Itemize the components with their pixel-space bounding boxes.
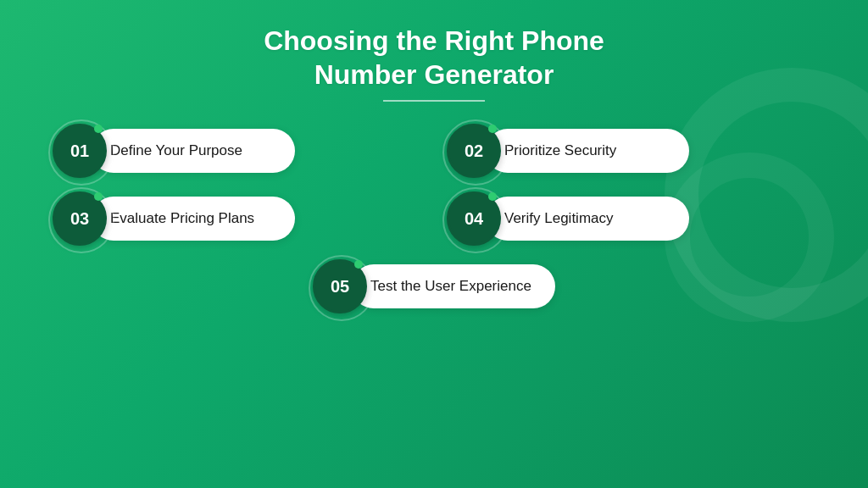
step-number-5: 05 bbox=[331, 277, 349, 297]
title-divider bbox=[383, 100, 485, 102]
step-number-1: 01 bbox=[70, 141, 89, 161]
step-number-2: 02 bbox=[465, 141, 483, 161]
main-container: Choosing the Right Phone Number Generato… bbox=[0, 0, 868, 488]
step-label-text-1: Define Your Purpose bbox=[110, 142, 242, 159]
step-badge-1: 01 bbox=[53, 124, 107, 178]
step-badge-2: 02 bbox=[447, 124, 501, 178]
step-item-3: 03 Evaluate Pricing Plans bbox=[53, 191, 421, 246]
step-label-text-4: Verify Legitimacy bbox=[504, 210, 614, 227]
step-label-text-2: Prioritize Security bbox=[504, 142, 616, 159]
title-section: Choosing the Right Phone Number Generato… bbox=[264, 24, 604, 117]
step-badge-3: 03 bbox=[53, 191, 107, 246]
step-badge-4: 04 bbox=[447, 191, 501, 246]
step-label-pill-1: Define Your Purpose bbox=[92, 129, 295, 173]
step-label-pill-3: Evaluate Pricing Plans bbox=[92, 197, 295, 241]
step-item-2: 02 Prioritize Security bbox=[447, 124, 815, 178]
step-label-pill-2: Prioritize Security bbox=[486, 129, 689, 173]
main-title: Choosing the Right Phone Number Generato… bbox=[264, 24, 604, 92]
step-label-pill-5: Test the User Experience bbox=[352, 264, 555, 308]
step-label-pill-4: Verify Legitimacy bbox=[486, 197, 689, 241]
step-item-4: 04 Verify Legitimacy bbox=[447, 191, 815, 246]
step-item-5: 05 Test the User Experience bbox=[53, 259, 815, 313]
step-number-3: 03 bbox=[70, 209, 89, 229]
step-number-4: 04 bbox=[465, 209, 483, 229]
step-item-1: 01 Define Your Purpose bbox=[53, 124, 421, 178]
steps-grid: 01 Define Your Purpose 02 Prioritize Sec… bbox=[53, 124, 815, 313]
step-label-text-5: Test the User Experience bbox=[370, 278, 531, 295]
step-badge-5: 05 bbox=[313, 259, 367, 313]
step-label-text-3: Evaluate Pricing Plans bbox=[110, 210, 254, 227]
